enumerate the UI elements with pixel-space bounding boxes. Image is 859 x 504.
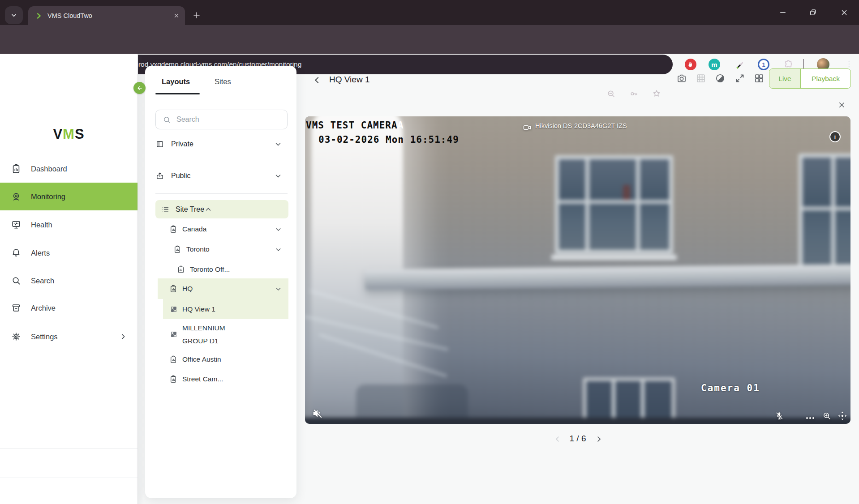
site-icon bbox=[169, 225, 177, 233]
tree-item-label: Office Austin bbox=[182, 355, 221, 363]
favicon-vxg-icon bbox=[35, 13, 42, 19]
more-options-icon[interactable] bbox=[805, 413, 816, 423]
live-button[interactable]: Live bbox=[769, 69, 801, 88]
page-next-icon[interactable] bbox=[595, 435, 603, 443]
window-sill bbox=[551, 255, 677, 260]
dashboard-icon bbox=[11, 164, 21, 174]
tree-item-canada[interactable]: Canada bbox=[169, 221, 288, 238]
tab-layouts[interactable]: Layouts bbox=[162, 77, 190, 86]
speaker-muted-icon[interactable] bbox=[311, 407, 324, 420]
chevron-up-icon bbox=[204, 205, 212, 214]
private-layouts-icon bbox=[155, 140, 164, 149]
search-icon bbox=[163, 115, 171, 124]
sidebar-item-dashboard[interactable]: Dashboard bbox=[0, 155, 137, 183]
contrast-icon[interactable] bbox=[715, 73, 726, 84]
bookmark-star-icon[interactable] bbox=[652, 89, 661, 98]
section-private[interactable]: Private bbox=[155, 135, 288, 153]
section-site-tree[interactable]: Site Tree bbox=[155, 200, 288, 218]
building-window bbox=[555, 155, 673, 254]
sidebar-item-settings[interactable]: Settings bbox=[0, 323, 137, 350]
digital-zoom-icon[interactable] bbox=[822, 411, 832, 421]
film-strip-icon[interactable] bbox=[696, 73, 706, 84]
osd-cursor: A bbox=[398, 120, 404, 131]
hand-icon bbox=[687, 61, 694, 68]
camera-video-tile[interactable]: VMS TEST CAMERAA 03-02-2026 Mon 16:51:49… bbox=[305, 116, 850, 424]
search-icon bbox=[11, 276, 21, 286]
sidebar-item-label: Settings bbox=[31, 333, 58, 341]
tab-close-icon[interactable] bbox=[173, 13, 180, 19]
playback-button[interactable]: Playback bbox=[801, 69, 850, 88]
back-chevron-button[interactable] bbox=[312, 75, 322, 85]
sidebar-item-label: Search bbox=[31, 277, 54, 285]
search-input[interactable] bbox=[176, 115, 275, 124]
tree-item-toronto-office[interactable]: Toronto Off... bbox=[177, 261, 288, 278]
layout-views-icon[interactable] bbox=[754, 73, 765, 84]
osd-datetime: 03-02-2026 Mon 16:51:49 bbox=[318, 134, 459, 145]
tree-item-label: HQ bbox=[182, 285, 193, 293]
tree-item-office-austin[interactable]: Office Austin bbox=[169, 351, 288, 368]
sidebar-collapse-button[interactable] bbox=[133, 82, 146, 94]
chevron-down-icon bbox=[274, 140, 282, 148]
webcam-icon bbox=[11, 192, 21, 201]
monica-extension-icon[interactable]: m bbox=[709, 59, 720, 70]
layout-grid-icon bbox=[170, 306, 177, 313]
gear-icon bbox=[11, 332, 21, 342]
sidebar-edge-shadow bbox=[137, 54, 144, 504]
sidebar-item-alerts[interactable]: Alerts bbox=[0, 239, 137, 267]
browser-tab[interactable]: VMS CloudTwo bbox=[28, 6, 185, 25]
snapshot-camera-icon[interactable] bbox=[676, 73, 687, 84]
tab-search-button[interactable] bbox=[5, 6, 23, 24]
password-key-icon[interactable] bbox=[629, 89, 639, 98]
app-sidebar: VMS Dashboard Monitoring Health Alerts S… bbox=[0, 54, 137, 504]
site-icon bbox=[177, 265, 185, 273]
tree-item-label: Toronto Off... bbox=[190, 265, 230, 273]
camera-info-button[interactable]: i bbox=[829, 131, 841, 142]
section-public[interactable]: Public bbox=[155, 167, 288, 185]
onepassword-extension-icon[interactable]: 1 bbox=[758, 59, 769, 70]
chevron-down-icon bbox=[10, 12, 17, 19]
sidebar-item-monitoring[interactable]: Monitoring bbox=[0, 183, 137, 210]
page-prev-icon[interactable] bbox=[554, 435, 562, 443]
divider bbox=[155, 160, 288, 160]
archive-icon bbox=[11, 303, 21, 313]
tree-item-street-cam[interactable]: Street Cam... bbox=[169, 371, 288, 388]
monica-letter: m bbox=[711, 61, 717, 68]
close-view-icon[interactable] bbox=[838, 101, 846, 109]
window-minimize-button[interactable] bbox=[779, 9, 787, 17]
layouts-panel: Layouts Sites Private Public Site Tree C… bbox=[145, 66, 296, 498]
logo-m: M bbox=[63, 126, 75, 142]
ptz-pan-icon[interactable] bbox=[837, 410, 848, 421]
window-close-button[interactable] bbox=[840, 9, 848, 17]
sidebar-item-archive[interactable]: Archive bbox=[0, 294, 137, 322]
new-tab-button[interactable] bbox=[193, 11, 201, 19]
zoom-out-icon[interactable] bbox=[606, 89, 616, 98]
eyedropper-extension-icon[interactable] bbox=[735, 59, 747, 70]
tab-title: VMS CloudTwo bbox=[47, 12, 173, 19]
sidebar-item-health[interactable]: Health bbox=[0, 211, 137, 239]
tree-item-label: Street Cam... bbox=[182, 375, 223, 383]
adblock-extension-icon[interactable] bbox=[685, 59, 696, 70]
page-title: HQ View 1 bbox=[329, 75, 369, 85]
browser-menu-icon[interactable] bbox=[845, 60, 854, 68]
building-window bbox=[799, 154, 850, 271]
chevron-down-icon bbox=[275, 285, 282, 293]
tree-item-hq[interactable]: HQ bbox=[158, 278, 288, 299]
sidebar-item-label: Dashboard bbox=[31, 165, 67, 173]
sidebar-item-label: Monitoring bbox=[31, 192, 65, 201]
site-icon bbox=[173, 245, 181, 253]
site-icon bbox=[169, 285, 177, 293]
tree-item-millennium-group-d1[interactable]: MILLENNIUM GROUP D1 bbox=[163, 320, 288, 348]
fullscreen-icon[interactable] bbox=[734, 73, 745, 84]
browser-toolbar: cloudtwo-prod.vxgdemo.cloud-vms.com/en/c… bbox=[0, 25, 859, 54]
osd-camera-label: Camera 01 bbox=[701, 383, 760, 393]
chevron-down-icon bbox=[275, 226, 282, 233]
site-icon bbox=[169, 355, 177, 363]
tree-item-hq-view-1[interactable]: HQ View 1 bbox=[163, 299, 288, 319]
panel-search[interactable] bbox=[155, 110, 288, 129]
mic-muted-icon[interactable] bbox=[774, 411, 784, 421]
tab-sites[interactable]: Sites bbox=[215, 77, 231, 86]
tree-item-label: Canada bbox=[182, 225, 206, 233]
tree-item-toronto[interactable]: Toronto bbox=[173, 241, 288, 258]
sidebar-item-search[interactable]: Search bbox=[0, 267, 137, 295]
window-restore-button[interactable] bbox=[809, 9, 817, 17]
